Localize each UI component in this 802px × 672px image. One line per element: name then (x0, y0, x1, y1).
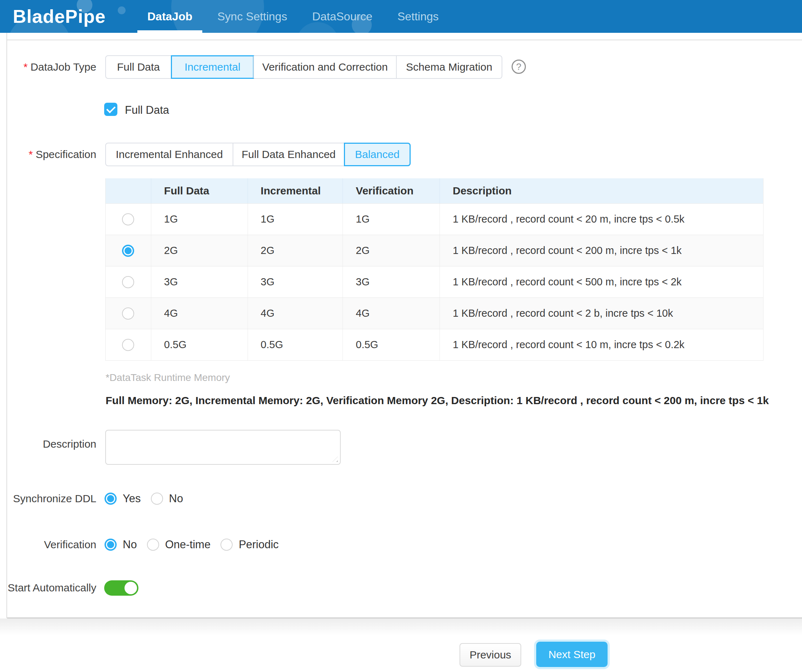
datajob-type-option-full-data[interactable]: Full Data (106, 56, 171, 78)
spec-cell-verification: 0.5G (343, 329, 440, 360)
synchronize-ddl-radio-group: YesNo (105, 491, 183, 506)
datajob-type-option-incremental[interactable]: Incremental (171, 56, 253, 78)
description-label: Description (0, 438, 96, 450)
spec-cell-description: 1 KB/record , record count < 20 m, incre… (440, 204, 763, 235)
datajob-type-option-schema-migration[interactable]: Schema Migration (396, 56, 501, 78)
card-shadow (0, 619, 802, 636)
full-data-checkbox-label: Full Data (125, 104, 169, 116)
nav-menu: DataJobSync SettingsDataSourceSettings (147, 0, 439, 33)
spec-cell-incremental: 4G (247, 298, 343, 329)
spec-row-radio-cell (106, 329, 151, 360)
help-icon[interactable]: ? (512, 60, 526, 74)
top-navbar: BladePipe DataJobSync SettingsDataSource… (0, 0, 802, 33)
datajob-type-option-verification-and-correction[interactable]: Verification and Correction (253, 56, 396, 78)
spec-row-radio[interactable] (122, 339, 134, 351)
synchronize-ddl-option-no[interactable]: No (151, 492, 183, 505)
datajob-type-label: *DataJob Type (0, 61, 96, 73)
spec-row-radio-cell (106, 204, 151, 235)
spec-cell-verification: 2G (343, 235, 440, 266)
previous-button[interactable]: Previous (459, 643, 521, 667)
specification-label: *Specification (0, 149, 96, 160)
spec-cell-verification: 4G (343, 298, 440, 329)
table-row[interactable]: 2G2G2G1 KB/record , record count < 200 m… (106, 235, 763, 266)
nav-item-datajob[interactable]: DataJob (147, 0, 192, 33)
active-tab-underline (137, 30, 202, 33)
table-row[interactable]: 3G3G3G1 KB/record , record count < 500 m… (106, 266, 763, 297)
app-logo[interactable]: BladePipe (13, 0, 106, 33)
content-card-left-border (6, 33, 7, 618)
table-row[interactable]: 4G4G4G1 KB/record , record count < 2 b, … (106, 297, 763, 329)
spec-cell-full-data: 0.5G (151, 329, 247, 360)
spec-cell-incremental: 0.5G (247, 329, 343, 360)
spec-row-radio[interactable] (122, 213, 134, 225)
required-marker: * (29, 149, 33, 160)
spec-cell-full-data: 4G (151, 298, 247, 329)
nav-item-datasource[interactable]: DataSource (312, 0, 372, 33)
synchronize-ddl-option-yes[interactable]: Yes (105, 492, 141, 505)
specification-table: Full DataIncrementalVerificationDescript… (105, 178, 763, 360)
spec-cell-verification: 1G (343, 204, 440, 235)
navbar-bubble (118, 6, 126, 14)
start-automatically-label: Start Automatically (0, 582, 96, 594)
nav-item-settings[interactable]: Settings (398, 0, 439, 33)
verification-radio-periodic[interactable] (220, 539, 233, 551)
start-automatically-toggle[interactable] (104, 580, 138, 596)
datajob-type-button-group: Full DataIncrementalVerification and Cor… (105, 55, 502, 79)
spec-cell-description: 1 KB/record , record count < 500 m, incr… (440, 267, 763, 297)
specification-table-body: 1G1G1G1 KB/record , record count < 20 m,… (106, 203, 763, 360)
verification-option-no[interactable]: No (105, 538, 137, 551)
synchronize-ddl-label-yes: Yes (123, 492, 141, 505)
spec-cell-incremental: 3G (247, 267, 343, 297)
full-data-checkbox[interactable] (104, 103, 117, 116)
spec-cell-incremental: 1G (247, 204, 343, 235)
spec-cell-incremental: 2G (247, 235, 343, 266)
spec-table-col-incremental: Incremental (247, 178, 343, 203)
memory-selection-summary: Full Memory: 2G, Incremental Memory: 2G,… (106, 394, 769, 407)
spec-cell-full-data: 2G (151, 235, 247, 266)
specification-option-balanced[interactable]: Balanced (344, 144, 410, 165)
specification-option-incremental-enhanced[interactable]: Incremental Enhanced (106, 144, 233, 165)
spec-cell-full-data: 3G (151, 267, 247, 297)
spec-row-radio-cell (106, 298, 151, 329)
synchronize-ddl-label-no: No (169, 492, 183, 505)
synchronize-ddl-radio-no[interactable] (151, 493, 163, 505)
table-row[interactable]: 0.5G0.5G0.5G1 KB/record , record count <… (106, 329, 763, 360)
verification-label-periodic: Periodic (239, 538, 279, 551)
spec-cell-description: 1 KB/record , record count < 200 m, incr… (440, 235, 763, 266)
synchronize-ddl-radio-yes[interactable] (105, 493, 116, 505)
specification-button-group: Incremental EnhancedFull Data EnhancedBa… (105, 143, 411, 166)
verification-option-periodic[interactable]: Periodic (220, 538, 279, 551)
help-icon-glyph: ? (516, 61, 521, 73)
specification-label-text: Specification (36, 149, 96, 160)
verification-radio-no[interactable] (105, 539, 116, 551)
verification-label: Verification (0, 539, 96, 551)
datajob-type-label-text: DataJob Type (30, 61, 96, 73)
spec-table-col-radio (106, 178, 151, 203)
description-input[interactable] (105, 430, 341, 465)
datatask-runtime-memory-note: *DataTask Runtime Memory (106, 372, 230, 383)
verification-radio-group: NoOne-timePeriodic (105, 538, 279, 552)
specification-option-full-data-enhanced[interactable]: Full Data Enhanced (233, 144, 344, 165)
required-marker: * (24, 61, 28, 73)
specification-table-header: Full DataIncrementalVerificationDescript… (106, 178, 763, 203)
content-card-top-divider (7, 40, 802, 40)
spec-cell-description: 1 KB/record , record count < 10 m, incre… (440, 329, 763, 360)
verification-option-one-time[interactable]: One-time (147, 538, 210, 551)
synchronize-ddl-label: Synchronize DDL (0, 493, 96, 505)
table-row[interactable]: 1G1G1G1 KB/record , record count < 20 m,… (106, 203, 763, 235)
spec-cell-description: 1 KB/record , record count < 2 b, incre … (440, 298, 763, 329)
spec-row-radio-cell (106, 235, 151, 266)
spec-cell-full-data: 1G (151, 204, 247, 235)
verification-label-no: No (123, 538, 137, 551)
nav-item-sync-settings[interactable]: Sync Settings (217, 0, 287, 33)
spec-row-radio[interactable] (122, 276, 134, 288)
next-step-button[interactable]: Next Step (536, 642, 608, 667)
spec-row-radio[interactable] (122, 245, 134, 257)
spec-table-col-full-data: Full Data (151, 178, 247, 203)
spec-row-radio[interactable] (122, 307, 134, 320)
spec-row-radio-cell (106, 267, 151, 297)
spec-cell-verification: 3G (343, 267, 440, 297)
verification-radio-one-time[interactable] (147, 539, 159, 551)
verification-label-one-time: One-time (165, 538, 210, 551)
spec-table-col-verification: Verification (343, 178, 440, 203)
